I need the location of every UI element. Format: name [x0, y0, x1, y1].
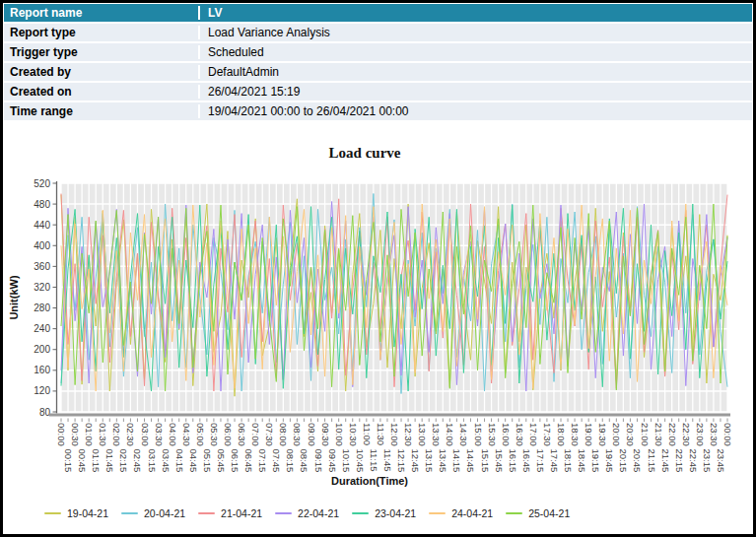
x-tick-label: 09:00: [307, 423, 317, 446]
x-tick-label: 02:15: [118, 449, 129, 473]
x-tick-label: 13:15: [424, 449, 435, 473]
legend-swatch-icon: [44, 512, 61, 514]
legend-item-21-04-21: 21-04-21: [198, 507, 262, 519]
x-tick-label: 18:45: [577, 449, 587, 473]
x-tick-label: 17:15: [535, 449, 546, 473]
report-window: Report nameLVReport typeLoad Variance An…: [0, 0, 756, 537]
x-tick-label: 10:00: [334, 423, 345, 446]
legend-label: 19-04-21: [67, 507, 108, 519]
x-tick-label: 23:45: [716, 449, 726, 473]
x-tick-label: 16:45: [521, 449, 532, 473]
legend-swatch-icon: [121, 512, 138, 514]
x-tick-label: 21:00: [640, 423, 651, 446]
load-curve-chart: 80120160200240280320360400440480520Unit(…: [3, 3, 753, 534]
y-tick-label: 200: [34, 344, 50, 355]
legend-item-25-04-21: 25-04-21: [506, 507, 570, 519]
x-tick-label: 22:15: [674, 449, 685, 473]
y-tick-label: 80: [39, 407, 51, 418]
x-tick-label: 20:45: [632, 449, 643, 473]
x-tick-label: 07:30: [264, 423, 275, 446]
x-tick-label: 19:45: [604, 449, 615, 473]
x-tick-label: 06:30: [237, 423, 247, 446]
x-tick-label: 21:45: [660, 449, 671, 473]
x-tick-label: 17:45: [549, 449, 560, 473]
y-tick-label: 120: [34, 385, 50, 396]
y-tick-label: 400: [34, 240, 50, 251]
y-tick-label: 320: [34, 282, 50, 293]
x-tick-label: 14:45: [465, 449, 476, 473]
x-tick-label: 22:45: [688, 449, 699, 473]
x-tick-label: 07:00: [250, 423, 261, 446]
x-tick-label: 21:30: [653, 423, 664, 446]
x-tick-label: 07:45: [271, 449, 282, 473]
legend-item-19-04-21: 19-04-21: [44, 507, 108, 519]
y-tick-label: 480: [34, 199, 50, 210]
x-tick-label: 05:15: [202, 449, 213, 473]
x-tick-label: 07:15: [257, 449, 268, 473]
x-tick-label: 09:15: [313, 449, 324, 473]
x-tick-label: 09:30: [320, 423, 331, 446]
x-tick-label: 23:30: [709, 423, 720, 446]
x-tick-label: 23:00: [695, 423, 706, 446]
x-tick-label: 18:00: [556, 423, 567, 446]
y-tick-label: 440: [34, 220, 50, 231]
x-tick-label: 04:15: [174, 449, 185, 473]
legend-swatch-icon: [352, 512, 369, 514]
x-tick-label: 00:15: [63, 449, 74, 473]
legend-label: 24-04-21: [451, 507, 493, 519]
x-tick-label: 10:30: [348, 423, 359, 446]
chart-title: Load curve: [329, 145, 401, 161]
x-tick-label: 06:45: [243, 449, 254, 473]
x-tick-label: 06:00: [223, 423, 234, 446]
x-tick-label: 19:15: [590, 449, 601, 473]
legend-item-23-04-21: 23-04-21: [352, 507, 416, 519]
x-tick-label: 15:15: [480, 449, 491, 473]
x-tick-label: 19:30: [597, 423, 608, 446]
x-tick-label: 23:15: [702, 449, 713, 473]
y-tick-label: 280: [34, 302, 50, 313]
y-tick-label: 160: [34, 365, 50, 375]
x-tick-label: 00:30: [70, 423, 81, 446]
y-tick-label: 360: [34, 261, 50, 272]
x-tick-label: 03:45: [161, 449, 172, 473]
x-tick-label: 00:00: [56, 423, 67, 446]
x-tick-label: 16:30: [515, 423, 525, 446]
x-tick-label: 04:30: [181, 423, 192, 446]
legend-label: 23-04-21: [375, 507, 416, 519]
x-tick-label: 16:00: [501, 423, 512, 446]
legend-swatch-icon: [198, 512, 215, 514]
x-tick-label: 13:30: [431, 423, 442, 446]
y-tick-label: 240: [34, 323, 50, 334]
x-tick-label: 12:15: [396, 449, 407, 473]
x-tick-label: 14:30: [458, 423, 469, 446]
x-tick-label: 11:30: [376, 423, 386, 445]
x-tick-label: 02:00: [111, 423, 122, 446]
x-tick-label: 04:45: [188, 449, 199, 473]
x-tick-label: 22:00: [667, 423, 678, 446]
x-tick-label: 20:15: [618, 449, 629, 473]
x-tick-label: 09:45: [327, 449, 338, 473]
x-axis-title: Duration(Time): [331, 475, 408, 487]
x-tick-label: 05:45: [216, 449, 227, 473]
x-tick-label: 03:00: [140, 423, 151, 446]
x-tick-label: 13:00: [417, 423, 428, 446]
x-tick-label: 10:15: [341, 449, 352, 473]
legend-swatch-icon: [275, 512, 292, 514]
x-tick-label: 10:45: [355, 449, 366, 473]
x-axis-line: [49, 414, 730, 417]
legend-label: 20-04-21: [144, 507, 185, 519]
x-tick-label: 22:30: [681, 423, 692, 446]
x-tick-label: 05:00: [195, 423, 206, 446]
x-tick-label: 08:30: [292, 423, 303, 446]
x-tick-label: 01:45: [104, 449, 115, 473]
x-tick-label: 15:00: [473, 423, 484, 446]
y-axis-title: Unit(kW): [8, 275, 20, 320]
x-tick-label: 15:30: [487, 423, 498, 446]
x-tick-label: 18:15: [563, 449, 574, 473]
x-tick-label: 01:15: [91, 449, 102, 473]
legend-swatch-icon: [506, 512, 522, 514]
x-tick-label: 16:15: [508, 449, 518, 473]
x-tick-label: 01:30: [98, 423, 108, 446]
y-tick-label: 520: [34, 178, 50, 189]
x-tick-label: 00:45: [77, 449, 88, 473]
